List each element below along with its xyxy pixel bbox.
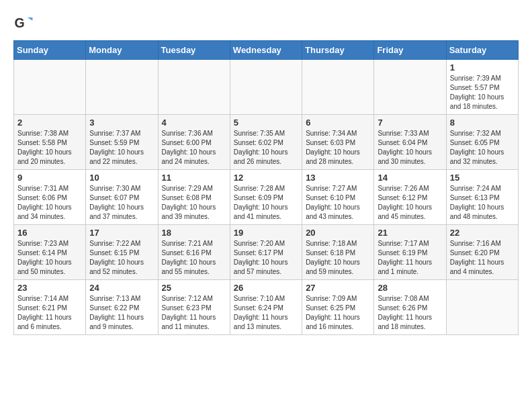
day-info: Sunrise: 7:18 AM Sunset: 6:18 PM Dayligh… xyxy=(306,239,370,277)
calendar-cell: 16Sunrise: 7:23 AM Sunset: 6:14 PM Dayli… xyxy=(14,225,86,280)
calendar-cell: 24Sunrise: 7:13 AM Sunset: 6:22 PM Dayli… xyxy=(86,280,158,335)
day-number: 25 xyxy=(162,283,226,293)
calendar-cell: 2Sunrise: 7:38 AM Sunset: 5:58 PM Daylig… xyxy=(14,115,86,170)
svg-marker-2 xyxy=(28,17,33,21)
day-info: Sunrise: 7:35 AM Sunset: 6:02 PM Dayligh… xyxy=(234,129,298,167)
day-info: Sunrise: 7:31 AM Sunset: 6:06 PM Dayligh… xyxy=(17,184,82,222)
day-number: 18 xyxy=(162,228,226,238)
calendar-cell: 14Sunrise: 7:26 AM Sunset: 6:12 PM Dayli… xyxy=(374,170,446,225)
day-number: 28 xyxy=(378,283,442,293)
calendar-week-row: 1Sunrise: 7:39 AM Sunset: 5:57 PM Daylig… xyxy=(14,60,519,115)
calendar-week-row: 9Sunrise: 7:31 AM Sunset: 6:06 PM Daylig… xyxy=(14,170,519,225)
calendar-cell: 11Sunrise: 7:29 AM Sunset: 6:08 PM Dayli… xyxy=(158,170,230,225)
calendar-cell: 21Sunrise: 7:17 AM Sunset: 6:19 PM Dayli… xyxy=(374,225,446,280)
calendar-week-row: 16Sunrise: 7:23 AM Sunset: 6:14 PM Dayli… xyxy=(14,225,519,280)
day-number: 6 xyxy=(306,118,370,128)
day-info: Sunrise: 7:12 AM Sunset: 6:23 PM Dayligh… xyxy=(162,294,226,332)
day-number: 14 xyxy=(378,173,442,183)
calendar-cell: 1Sunrise: 7:39 AM Sunset: 5:57 PM Daylig… xyxy=(446,60,518,115)
day-info: Sunrise: 7:38 AM Sunset: 5:58 PM Dayligh… xyxy=(17,129,82,167)
calendar-cell: 13Sunrise: 7:27 AM Sunset: 6:10 PM Dayli… xyxy=(302,170,374,225)
day-number: 22 xyxy=(450,228,515,238)
day-info: Sunrise: 7:28 AM Sunset: 6:09 PM Dayligh… xyxy=(234,184,298,222)
day-info: Sunrise: 7:16 AM Sunset: 6:20 PM Dayligh… xyxy=(450,239,515,277)
calendar-cell xyxy=(14,60,86,115)
day-info: Sunrise: 7:23 AM Sunset: 6:14 PM Dayligh… xyxy=(17,239,82,277)
day-number: 16 xyxy=(17,228,82,238)
day-info: Sunrise: 7:08 AM Sunset: 6:26 PM Dayligh… xyxy=(378,294,442,332)
day-info: Sunrise: 7:27 AM Sunset: 6:10 PM Dayligh… xyxy=(306,184,370,222)
day-info: Sunrise: 7:30 AM Sunset: 6:07 PM Dayligh… xyxy=(89,184,154,222)
calendar-cell xyxy=(230,60,302,115)
calendar-cell: 7Sunrise: 7:33 AM Sunset: 6:04 PM Daylig… xyxy=(374,115,446,170)
weekday-header: Sunday xyxy=(14,41,86,60)
calendar-cell xyxy=(374,60,446,115)
calendar-cell: 26Sunrise: 7:10 AM Sunset: 6:24 PM Dayli… xyxy=(230,280,302,335)
day-info: Sunrise: 7:13 AM Sunset: 6:22 PM Dayligh… xyxy=(89,294,154,332)
day-number: 1 xyxy=(450,62,515,73)
calendar-cell: 10Sunrise: 7:30 AM Sunset: 6:07 PM Dayli… xyxy=(86,170,158,225)
day-info: Sunrise: 7:29 AM Sunset: 6:08 PM Dayligh… xyxy=(162,184,226,222)
day-info: Sunrise: 7:24 AM Sunset: 6:13 PM Dayligh… xyxy=(450,184,515,222)
day-number: 20 xyxy=(306,228,370,238)
day-number: 9 xyxy=(17,173,82,183)
calendar-body: 1Sunrise: 7:39 AM Sunset: 5:57 PM Daylig… xyxy=(14,60,519,335)
day-number: 3 xyxy=(89,118,154,128)
calendar-week-row: 2Sunrise: 7:38 AM Sunset: 5:58 PM Daylig… xyxy=(14,115,519,170)
weekday-header: Thursday xyxy=(302,41,374,60)
calendar-cell: 17Sunrise: 7:22 AM Sunset: 6:15 PM Dayli… xyxy=(86,225,158,280)
calendar-cell: 5Sunrise: 7:35 AM Sunset: 6:02 PM Daylig… xyxy=(230,115,302,170)
weekday-header: Tuesday xyxy=(158,41,230,60)
day-number: 23 xyxy=(17,283,82,293)
calendar-cell: 28Sunrise: 7:08 AM Sunset: 6:26 PM Dayli… xyxy=(374,280,446,335)
calendar-cell: 23Sunrise: 7:14 AM Sunset: 6:21 PM Dayli… xyxy=(14,280,86,335)
weekday-header: Saturday xyxy=(446,41,518,60)
day-info: Sunrise: 7:33 AM Sunset: 6:04 PM Dayligh… xyxy=(378,129,442,167)
weekday-header: Friday xyxy=(374,41,446,60)
day-info: Sunrise: 7:10 AM Sunset: 6:24 PM Dayligh… xyxy=(234,294,298,332)
day-number: 21 xyxy=(378,228,442,238)
day-info: Sunrise: 7:14 AM Sunset: 6:21 PM Dayligh… xyxy=(17,294,82,332)
day-number: 24 xyxy=(89,283,154,293)
day-number: 19 xyxy=(234,228,298,238)
calendar-cell: 27Sunrise: 7:09 AM Sunset: 6:25 PM Dayli… xyxy=(302,280,374,335)
day-number: 27 xyxy=(306,283,370,293)
calendar-cell: 20Sunrise: 7:18 AM Sunset: 6:18 PM Dayli… xyxy=(302,225,374,280)
calendar-cell xyxy=(302,60,374,115)
logo: G xyxy=(13,13,35,34)
day-number: 5 xyxy=(234,118,298,128)
day-number: 13 xyxy=(306,173,370,183)
calendar-cell: 8Sunrise: 7:32 AM Sunset: 6:05 PM Daylig… xyxy=(446,115,518,170)
logo-icon: G xyxy=(13,13,34,34)
day-info: Sunrise: 7:34 AM Sunset: 6:03 PM Dayligh… xyxy=(306,129,370,167)
day-number: 2 xyxy=(17,118,82,128)
calendar-cell xyxy=(86,60,158,115)
day-info: Sunrise: 7:22 AM Sunset: 6:15 PM Dayligh… xyxy=(89,239,154,277)
page-header: G xyxy=(13,13,519,34)
svg-text:G: G xyxy=(15,15,25,30)
day-number: 15 xyxy=(450,173,515,183)
day-number: 10 xyxy=(89,173,154,183)
calendar-cell xyxy=(446,280,518,335)
day-number: 7 xyxy=(378,118,442,128)
day-number: 17 xyxy=(89,228,154,238)
calendar-cell: 22Sunrise: 7:16 AM Sunset: 6:20 PM Dayli… xyxy=(446,225,518,280)
calendar-cell: 4Sunrise: 7:36 AM Sunset: 6:00 PM Daylig… xyxy=(158,115,230,170)
day-info: Sunrise: 7:26 AM Sunset: 6:12 PM Dayligh… xyxy=(378,184,442,222)
weekday-header: Wednesday xyxy=(230,41,302,60)
day-info: Sunrise: 7:17 AM Sunset: 6:19 PM Dayligh… xyxy=(378,239,442,277)
calendar-cell xyxy=(158,60,230,115)
day-number: 11 xyxy=(162,173,226,183)
day-number: 12 xyxy=(234,173,298,183)
day-number: 8 xyxy=(450,118,515,128)
calendar-week-row: 23Sunrise: 7:14 AM Sunset: 6:21 PM Dayli… xyxy=(14,280,519,335)
calendar: SundayMondayTuesdayWednesdayThursdayFrid… xyxy=(13,40,519,335)
day-info: Sunrise: 7:20 AM Sunset: 6:17 PM Dayligh… xyxy=(234,239,298,277)
calendar-cell: 12Sunrise: 7:28 AM Sunset: 6:09 PM Dayli… xyxy=(230,170,302,225)
weekday-header: Monday xyxy=(86,41,158,60)
day-info: Sunrise: 7:37 AM Sunset: 5:59 PM Dayligh… xyxy=(89,129,154,167)
day-number: 4 xyxy=(162,118,226,128)
calendar-cell: 6Sunrise: 7:34 AM Sunset: 6:03 PM Daylig… xyxy=(302,115,374,170)
calendar-cell: 18Sunrise: 7:21 AM Sunset: 6:16 PM Dayli… xyxy=(158,225,230,280)
calendar-cell: 9Sunrise: 7:31 AM Sunset: 6:06 PM Daylig… xyxy=(14,170,86,225)
